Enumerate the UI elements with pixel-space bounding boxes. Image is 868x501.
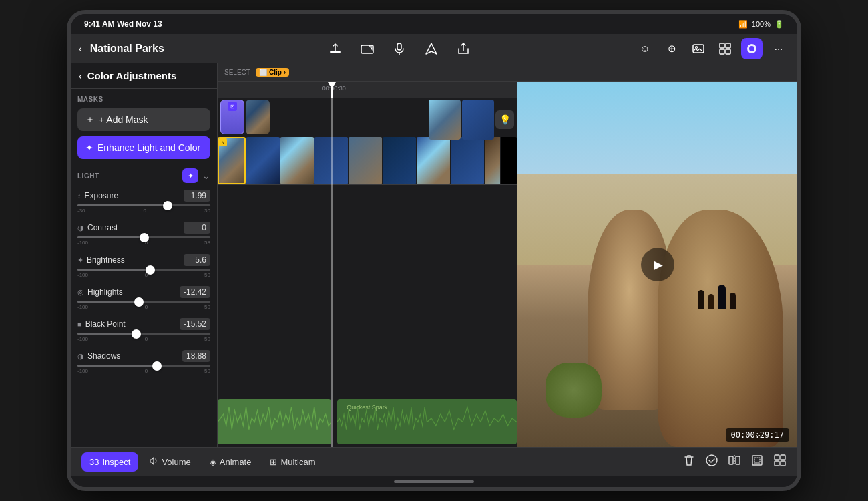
- preview-rock-right: [658, 210, 784, 447]
- audio-clip-1[interactable]: [218, 399, 331, 444]
- volume-icon: [149, 456, 158, 468]
- light-header: LIGHT ✦ ⌄: [77, 168, 210, 183]
- timeline-area: 00:00:30: [218, 82, 517, 447]
- left-panel: ‹ Color Adjustments MASKS ＋ + Add Mask ✦…: [71, 63, 218, 447]
- multicam-icon[interactable]: [714, 38, 736, 59]
- svg-rect-23: [781, 461, 785, 466]
- preview-more-button[interactable]: ···: [755, 430, 764, 442]
- svg-point-7: [696, 46, 698, 48]
- floating-clip-right1[interactable]: [429, 100, 461, 140]
- exposure-row: ↕ Exposure 1.99 -30030: [77, 190, 210, 214]
- crop-icon[interactable]: [750, 454, 764, 470]
- shadows-slider[interactable]: [77, 365, 210, 367]
- mic-icon[interactable]: [390, 39, 409, 58]
- audio-track: Quickest Spark: [218, 397, 517, 447]
- multicam-tab-icon: ⊞: [270, 457, 277, 467]
- svg-rect-20: [775, 455, 779, 460]
- shadows-value: 18.88: [182, 350, 210, 362]
- svg-marker-5: [426, 43, 437, 54]
- right-area: Select ⬜ Clip › 00:00:30: [218, 63, 797, 447]
- shadows-row: ◑ Shadows 18.88 -100050: [77, 350, 210, 374]
- grid-icon[interactable]: [773, 454, 787, 470]
- battery-text: 100%: [752, 20, 771, 28]
- panel-body: MASKS ＋ + Add Mask ✦ Enhance Light and C…: [71, 89, 217, 447]
- panel-back-button[interactable]: ‹: [79, 71, 82, 81]
- brightness-value: 5.6: [184, 254, 210, 266]
- contrast-label: Contrast: [87, 223, 118, 232]
- toolbar-center: [164, 39, 634, 58]
- share-icon[interactable]: [454, 39, 473, 58]
- photo-icon[interactable]: [688, 38, 709, 59]
- add-mask-button[interactable]: ＋ + Add Mask: [77, 108, 210, 131]
- brightness-label: Brightness: [87, 255, 125, 265]
- enhance-button[interactable]: ✦ Enhance Light and Color: [77, 136, 210, 159]
- black-point-value: -15.52: [180, 318, 210, 330]
- preview-area: ▶ 00:00:29:17 ···: [517, 82, 797, 447]
- panel-title: Color Adjustments: [87, 70, 177, 81]
- delete-icon[interactable]: [682, 454, 696, 470]
- light-wand-icon[interactable]: ✦: [182, 168, 198, 183]
- svg-rect-19: [754, 458, 760, 463]
- light-icon-end[interactable]: 💡: [495, 110, 514, 129]
- brightness-slider[interactable]: [77, 269, 210, 271]
- clip-5[interactable]: [383, 137, 416, 184]
- contrast-slider[interactable]: [77, 236, 210, 238]
- light-label: LIGHT: [77, 172, 99, 180]
- clip-4[interactable]: [349, 137, 382, 184]
- plus-circle-icon[interactable]: ⊕: [661, 38, 682, 59]
- svg-rect-3: [397, 43, 401, 50]
- select-bar: Select ⬜ Clip ›: [218, 63, 797, 82]
- tab-multicam[interactable]: ⊞ Multicam: [262, 452, 323, 472]
- highlights-icon: ◎: [77, 288, 84, 297]
- black-point-slider[interactable]: [77, 333, 210, 335]
- back-chevron-icon: ‹: [79, 43, 82, 54]
- clip-end-dark[interactable]: [501, 137, 517, 184]
- shadows-label: Shadows: [87, 351, 120, 361]
- tab-inspect[interactable]: 33 Inspect: [81, 452, 138, 472]
- emoji-icon[interactable]: ☺: [634, 38, 656, 59]
- location-icon[interactable]: [422, 39, 441, 58]
- camera-icon[interactable]: [358, 39, 377, 58]
- clip-label: Clip: [269, 69, 282, 76]
- svg-rect-10: [720, 49, 724, 54]
- floating-clip-purple[interactable]: ⊡: [220, 100, 244, 134]
- inspect-label: Inspect: [102, 457, 130, 467]
- svg-rect-15: [729, 456, 733, 464]
- clip-8[interactable]: [485, 137, 500, 184]
- highlights-slider[interactable]: [77, 301, 210, 303]
- tab-volume[interactable]: Volume: [141, 452, 198, 472]
- back-button[interactable]: ‹ National Parks: [79, 43, 164, 55]
- clip-7[interactable]: [451, 137, 484, 184]
- upload-icon[interactable]: [326, 39, 345, 58]
- volume-label: Volume: [162, 457, 190, 467]
- svg-point-13: [749, 46, 754, 51]
- light-chevron-icon[interactable]: ⌄: [202, 170, 210, 181]
- contrast-icon: ◑: [77, 224, 84, 232]
- playhead[interactable]: [331, 82, 333, 98]
- floating-clip-blue1[interactable]: [246, 100, 270, 134]
- play-button[interactable]: ▶: [641, 248, 674, 281]
- checkmark-icon[interactable]: [705, 454, 718, 470]
- exposure-slider[interactable]: [77, 204, 210, 206]
- clip-6[interactable]: [417, 137, 450, 184]
- magic-wand-icon: ✦: [85, 142, 93, 153]
- clip-2[interactable]: N: [280, 137, 314, 184]
- floating-clip-right2[interactable]: [462, 100, 494, 140]
- add-icon: ＋: [85, 114, 95, 126]
- audio-clip-2[interactable]: Quickest Spark: [337, 399, 517, 444]
- device-frame: 9:41 AM Wed Nov 13 📶 100% 🔋 ‹ National P…: [67, 10, 801, 491]
- color-active-icon[interactable]: [741, 38, 763, 59]
- adjustments-container: ↕ Exposure 1.99 -30030: [77, 190, 210, 374]
- status-right: 📶 100% 🔋: [738, 20, 784, 29]
- multicam-label: Multicam: [280, 457, 315, 467]
- svg-rect-21: [781, 455, 785, 460]
- masks-section-label: MASKS: [77, 96, 210, 103]
- status-bar: 9:41 AM Wed Nov 13 📶 100% 🔋: [71, 14, 797, 34]
- black-point-label: Black Point: [85, 319, 126, 329]
- clip-3[interactable]: [314, 137, 348, 184]
- split-icon[interactable]: [728, 454, 741, 470]
- tab-animate[interactable]: ◈ Animate: [202, 452, 260, 472]
- main-content: ‹ Color Adjustments MASKS ＋ + Add Mask ✦…: [71, 63, 797, 447]
- more-icon[interactable]: ···: [768, 38, 789, 59]
- clip-1[interactable]: [246, 137, 280, 184]
